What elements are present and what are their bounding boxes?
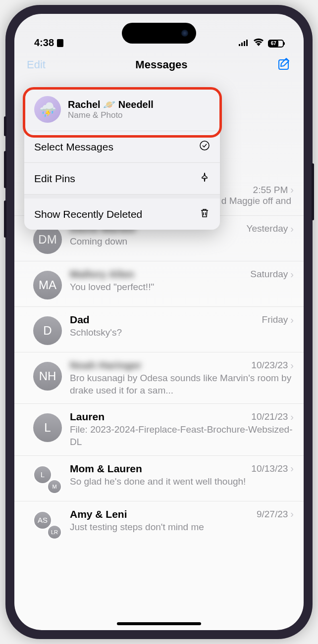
message-name: Noah Haringer bbox=[70, 359, 142, 371]
sim-icon bbox=[57, 39, 63, 47]
avatar: MA bbox=[33, 271, 62, 299]
chevron-right-icon: › bbox=[290, 360, 294, 371]
profile-avatar: ⛈️ bbox=[34, 96, 61, 123]
chevron-right-icon: › bbox=[290, 223, 294, 235]
message-time: 10/21/23 bbox=[251, 411, 288, 422]
message-preview: Coming down bbox=[70, 236, 294, 248]
wifi-icon bbox=[253, 38, 264, 49]
avatar: D bbox=[33, 316, 62, 345]
select-messages-label: Select Messages bbox=[34, 141, 113, 153]
home-indicator[interactable] bbox=[117, 622, 201, 625]
page-title: Messages bbox=[135, 58, 187, 71]
checkmark-circle-icon bbox=[199, 140, 210, 153]
profile-subtitle: Name & Photo bbox=[68, 110, 154, 120]
edit-button[interactable]: Edit bbox=[27, 58, 46, 71]
group-avatar: AS LR bbox=[33, 511, 62, 540]
avatar: NH bbox=[33, 362, 62, 391]
message-row[interactable]: D Dad Friday › Schlotsky's? bbox=[14, 307, 304, 352]
trash-icon bbox=[199, 207, 210, 221]
message-time: 2:55 PM bbox=[253, 185, 288, 196]
edit-pins-item[interactable]: Edit Pins bbox=[24, 163, 220, 195]
edit-pins-label: Edit Pins bbox=[34, 173, 75, 185]
message-name: Mallory Allen bbox=[70, 268, 134, 280]
message-time: Friday bbox=[262, 314, 288, 325]
show-recently-deleted-item[interactable]: Show Recently Deleted bbox=[24, 198, 220, 230]
dynamic-island bbox=[122, 23, 196, 44]
message-name: Amy & Leni bbox=[70, 508, 127, 520]
show-deleted-label: Show Recently Deleted bbox=[34, 208, 142, 220]
cellular-icon bbox=[238, 38, 249, 49]
power-button bbox=[312, 163, 314, 220]
message-time: 10/23/23 bbox=[251, 360, 288, 371]
chevron-right-icon: › bbox=[290, 463, 294, 474]
message-name: Dad bbox=[70, 314, 90, 326]
compose-button[interactable] bbox=[277, 57, 291, 73]
chevron-right-icon: › bbox=[290, 508, 294, 520]
chevron-right-icon: › bbox=[290, 184, 294, 196]
silent-switch bbox=[4, 116, 6, 136]
pin-icon bbox=[199, 172, 210, 185]
message-row[interactable]: AS LR Amy & Leni 9/27/23 › Just testing … bbox=[14, 501, 304, 546]
camera-icon bbox=[181, 30, 188, 37]
svg-point-1 bbox=[200, 141, 209, 150]
message-preview: File: 2023-2024-Fireplace-Feast-Brochure… bbox=[70, 424, 294, 448]
message-name: Mom & Lauren bbox=[70, 463, 142, 475]
phone-frame: 4:38 67 Edit Messages bbox=[5, 5, 313, 639]
message-preview: Just testing steps don't mind me bbox=[70, 521, 294, 534]
menu-separator bbox=[24, 195, 220, 198]
status-time: 4:38 bbox=[34, 37, 54, 49]
message-name: Lauren bbox=[70, 411, 105, 423]
volume-up bbox=[4, 151, 6, 188]
avatar: L bbox=[33, 413, 62, 442]
message-time: Yesterday bbox=[247, 223, 288, 234]
message-time: 10/13/23 bbox=[251, 463, 288, 474]
message-time: 9/27/23 bbox=[257, 509, 288, 520]
chevron-right-icon: › bbox=[290, 314, 294, 326]
profile-name: Rachel 🪐 Needell bbox=[68, 99, 154, 110]
chevron-right-icon: › bbox=[290, 269, 294, 280]
group-avatar: L M bbox=[33, 465, 62, 494]
compose-icon bbox=[277, 57, 291, 71]
battery-icon: 67 bbox=[268, 40, 284, 48]
message-row[interactable]: L M Mom & Lauren 10/13/23 › So glad he's… bbox=[14, 456, 304, 501]
chevron-right-icon: › bbox=[290, 411, 294, 423]
message-row[interactable]: MA Mallory Allen Saturday › You loved "p… bbox=[14, 261, 304, 307]
message-preview: Schlotsky's? bbox=[70, 327, 294, 339]
screen: 4:38 67 Edit Messages bbox=[14, 14, 304, 630]
message-time: Saturday bbox=[250, 269, 288, 280]
message-row[interactable]: L Lauren 10/21/23 › File: 2023-2024-Fire… bbox=[14, 404, 304, 455]
message-row[interactable]: NH Noah Haringer 10/23/23 › Bro kusanagi… bbox=[14, 352, 304, 404]
message-preview: So glad he's done and it went well thoug… bbox=[70, 476, 294, 488]
volume-down bbox=[4, 200, 6, 238]
edit-menu: ⛈️ Rachel 🪐 Needell Name & Photo Select … bbox=[24, 88, 220, 230]
name-and-photo-item[interactable]: ⛈️ Rachel 🪐 Needell Name & Photo bbox=[24, 88, 220, 131]
message-preview: You loved "perfect!!" bbox=[70, 281, 294, 294]
nav-bar: Edit Messages bbox=[14, 51, 304, 80]
message-preview: Bro kusanagi by Odesa sounds like Marvin… bbox=[70, 372, 294, 396]
select-messages-item[interactable]: Select Messages bbox=[24, 131, 220, 163]
